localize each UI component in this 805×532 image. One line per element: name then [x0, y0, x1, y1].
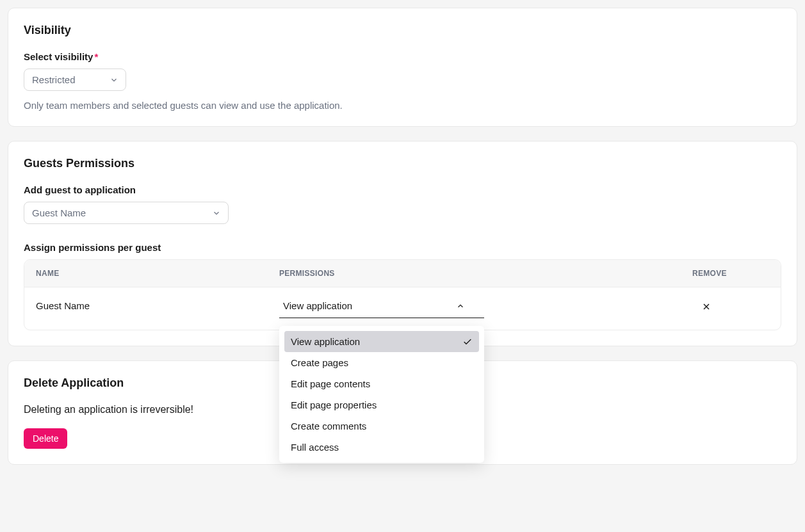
guest-name-cell: Guest Name — [36, 296, 279, 311]
permissions-table: NAME PERMISSIONS REMOVE Guest Name View … — [24, 259, 781, 330]
permission-option-edit-page-properties[interactable]: Edit page properties — [284, 394, 479, 415]
guest-permission-cell: View application View application — [279, 296, 692, 318]
add-guest-field: Add guest to application Guest Name — [24, 184, 781, 224]
visibility-card: Visibility Select visibility* Restricted… — [8, 8, 797, 127]
permission-option-create-pages[interactable]: Create pages — [284, 352, 479, 373]
permission-select[interactable]: View application View application — [279, 296, 484, 318]
permission-option-edit-page-contents[interactable]: Edit page contents — [284, 373, 479, 394]
add-guest-label: Add guest to application — [24, 184, 781, 195]
remove-guest-button[interactable] — [700, 300, 713, 313]
visibility-select[interactable]: Restricted — [24, 69, 126, 91]
visibility-title: Visibility — [24, 24, 781, 37]
check-icon — [462, 337, 473, 347]
delete-button[interactable]: Delete — [24, 428, 67, 449]
add-guest-placeholder: Guest Name — [32, 207, 86, 218]
close-icon — [701, 302, 711, 312]
table-row: Guest Name View application View applica… — [24, 287, 781, 330]
permission-selected-value: View application — [283, 300, 352, 311]
guests-title: Guests Permissions — [24, 157, 781, 170]
visibility-field: Select visibility* Restricted Only team … — [24, 51, 781, 111]
table-header-row: NAME PERMISSIONS REMOVE — [24, 260, 781, 287]
chevron-up-icon — [456, 302, 465, 310]
guests-permissions-card: Guests Permissions Add guest to applicat… — [8, 141, 797, 346]
column-header-name: NAME — [36, 269, 279, 278]
visibility-help-text: Only team members and selected guests ca… — [24, 100, 781, 111]
add-guest-select[interactable]: Guest Name — [24, 202, 229, 224]
assign-permissions-section: Assign permissions per guest NAME PERMIS… — [24, 242, 781, 330]
column-header-permissions: PERMISSIONS — [279, 269, 692, 278]
required-indicator: * — [94, 51, 98, 62]
permission-option-create-comments[interactable]: Create comments — [284, 415, 479, 437]
permission-dropdown: View application Create pages Edit page … — [279, 326, 484, 463]
visibility-select-label: Select visibility* — [24, 51, 781, 62]
permission-option-view-application[interactable]: View application — [284, 331, 479, 352]
permission-option-full-access[interactable]: Full access — [284, 437, 479, 458]
visibility-selected-value: Restricted — [32, 74, 76, 85]
column-header-remove: REMOVE — [692, 269, 769, 278]
assign-permissions-label: Assign permissions per guest — [24, 242, 781, 253]
